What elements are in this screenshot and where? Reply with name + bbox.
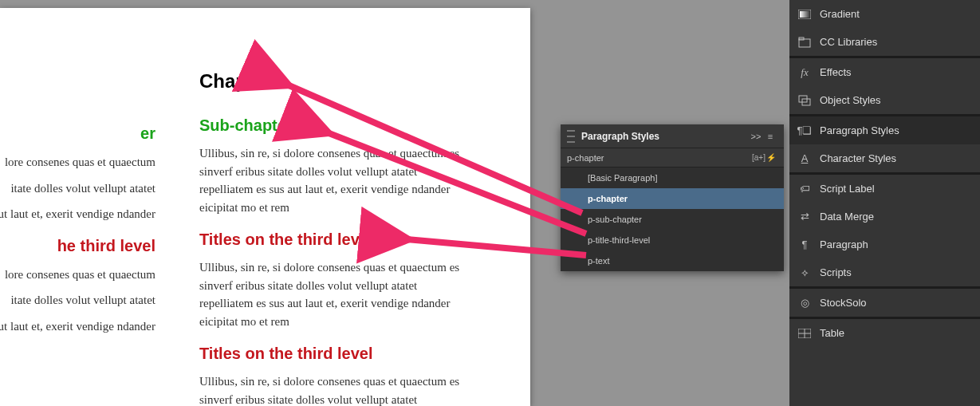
character-styles-icon: A — [797, 152, 812, 165]
paragraph-styles-icon: ¶❏ — [797, 124, 812, 137]
panel-grip-icon[interactable] — [567, 130, 575, 143]
new-style-icon[interactable]: [a+] — [752, 153, 765, 162]
body-text: itate dolles volut vellupt atatet — [0, 291, 155, 309]
libraries-icon — [797, 36, 812, 49]
dock-label: StockSolo — [820, 297, 972, 309]
style-item-p-sub-chapter[interactable]: p-sub-chapter — [561, 209, 784, 230]
dock-stocksolo[interactable]: ◎ StockSolo — [789, 289, 980, 317]
paragraph-icon: ¶ — [797, 238, 812, 251]
dock-label: Paragraph — [820, 238, 972, 250]
styles-list: [Basic Paragraph] p-chapter p-sub-chapte… — [561, 168, 784, 271]
dock-data-merge[interactable]: ⇄ Data Merge — [789, 203, 980, 231]
dock-cc-libraries[interactable]: CC Libraries — [789, 28, 980, 56]
data-merge-icon: ⇄ — [797, 211, 812, 223]
third-level-heading[interactable]: Titles on the third level — [199, 231, 470, 249]
dock-script-label[interactable]: 🏷 Script Label — [789, 175, 980, 203]
page-right-column: Chapter Sub-chapter Ullibus, sin re, si … — [199, 70, 470, 406]
sub-chapter-heading[interactable]: Sub-chapter — [199, 116, 470, 135]
dock-scripts[interactable]: ⟡ Scripts — [789, 258, 980, 286]
panel-menu-icon[interactable]: ≡ — [763, 132, 777, 141]
dock-effects[interactable]: fx Effects — [789, 58, 980, 86]
dock-label: Table — [820, 327, 972, 339]
dock-table[interactable]: Table — [789, 319, 980, 347]
expand-icon[interactable]: >> — [749, 132, 763, 141]
dock-label: Effects — [820, 66, 972, 78]
body-text: itate dolles volut vellupt atatet — [0, 179, 155, 198]
right-panel-dock: Gradient CC Libraries fx Effects Object … — [789, 0, 980, 406]
paragraph-styles-panel[interactable]: Paragraph Styles >> ≡ p-chapter [a+] ⚡ [… — [561, 124, 784, 271]
dock-label: Scripts — [820, 266, 972, 278]
panel-title: Paragraph Styles — [581, 131, 749, 142]
dock-label: Paragraph Styles — [820, 124, 972, 136]
table-icon — [797, 327, 812, 340]
dock-character-styles[interactable]: A Character Styles — [789, 144, 980, 172]
dock-label: Character Styles — [820, 152, 972, 164]
current-style-label: p-chapter — [567, 153, 752, 163]
page-left-column: er lore consenes quas et quaectum itate … — [0, 124, 155, 406]
object-styles-icon — [797, 94, 812, 107]
sub-chapter-fragment: er — [0, 124, 155, 143]
quick-apply-icon[interactable]: ⚡ — [765, 153, 777, 162]
svg-rect-1 — [800, 11, 809, 18]
body-text[interactable]: Ullibus, sin re, si dolore consenes quas… — [199, 372, 470, 406]
style-item-basic-paragraph[interactable]: [Basic Paragraph] — [561, 168, 784, 188]
gradient-icon — [797, 8, 812, 21]
body-text: ut laut et, exerit vendige ndander — [0, 205, 155, 223]
panel-subheader: p-chapter [a+] ⚡ — [561, 148, 784, 168]
style-item-p-text[interactable]: p-text — [561, 250, 784, 271]
panel-header[interactable]: Paragraph Styles >> ≡ — [561, 124, 784, 148]
dock-paragraph[interactable]: ¶ Paragraph — [789, 231, 980, 258]
body-text[interactable]: Ullibus, sin re, si dolore consenes quas… — [199, 144, 470, 216]
style-item-p-title-third-level[interactable]: p-title-third-level — [561, 230, 784, 250]
dock-label: Data Merge — [820, 211, 972, 223]
fx-icon: fx — [797, 66, 812, 79]
third-level-fragment: he third level — [0, 237, 155, 255]
body-text: ut laut et, exerit vendige ndander — [0, 317, 155, 336]
style-item-p-chapter[interactable]: p-chapter — [561, 188, 784, 209]
scripts-icon: ⟡ — [797, 266, 812, 279]
script-label-icon: 🏷 — [797, 183, 812, 195]
document-page: er lore consenes quas et quaectum itate … — [0, 8, 530, 406]
dock-label: CC Libraries — [820, 36, 972, 48]
body-text: lore consenes quas et quaectum — [0, 153, 155, 171]
body-text[interactable]: Ullibus, sin re, si dolore consenes quas… — [199, 258, 470, 330]
dock-gradient[interactable]: Gradient — [789, 0, 980, 28]
dock-paragraph-styles[interactable]: ¶❏ Paragraph Styles — [789, 116, 980, 144]
chapter-heading[interactable]: Chapter — [199, 70, 470, 93]
dock-label: Gradient — [820, 8, 972, 20]
stocksolo-icon: ◎ — [797, 297, 812, 309]
dock-label: Object Styles — [820, 94, 972, 106]
dock-label: Script Label — [820, 183, 972, 195]
third-level-heading[interactable]: Titles on the third level — [199, 345, 470, 363]
dock-object-styles[interactable]: Object Styles — [789, 86, 980, 114]
body-text: lore consenes quas et quaectum — [0, 266, 155, 284]
